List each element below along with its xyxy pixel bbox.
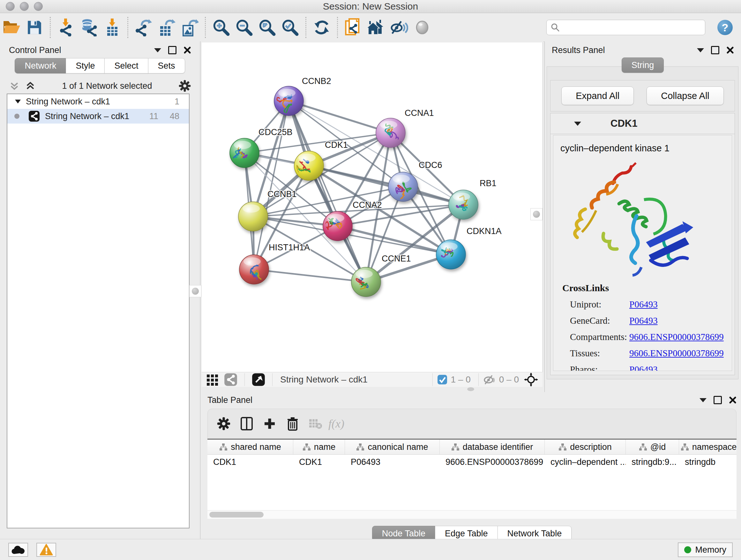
collapse-all-button[interactable]: Collapse All: [647, 86, 724, 105]
network-edge-CCNB2-CCNE1[interactable]: [289, 101, 366, 282]
float-panel-icon[interactable]: [714, 396, 722, 404]
left-splitter-handle[interactable]: [189, 285, 201, 297]
zoom-selected-button[interactable]: [279, 16, 301, 39]
cell-description[interactable]: cyclin–dependent ...: [545, 457, 626, 467]
panel-menu-icon[interactable]: [154, 48, 161, 52]
string-network-style-button[interactable]: [224, 373, 238, 386]
memory-button[interactable]: Memory: [678, 543, 733, 557]
table-row[interactable]: CDK1CDK1P064939606.ENSP00000378699cyclin…: [207, 455, 737, 469]
column-header-database-identifier[interactable]: database identifier: [440, 440, 545, 454]
network-node-CDKN1A[interactable]: [436, 240, 466, 269]
table-panel-title: Table Panel: [207, 395, 253, 405]
network-node-CCNB2[interactable]: [274, 86, 304, 116]
collapse-all-icon[interactable]: [9, 80, 20, 91]
tree-expander-icon[interactable]: [14, 98, 21, 105]
network-node-HIST1H1A[interactable]: [239, 255, 269, 284]
zoom-out-button[interactable]: [232, 16, 256, 39]
export-view-button[interactable]: [252, 373, 265, 386]
section-expander-icon[interactable]: [574, 122, 581, 126]
tab-string[interactable]: String: [622, 57, 664, 73]
right-splitter-handle[interactable]: [530, 208, 542, 220]
tab-style[interactable]: Style: [66, 58, 105, 73]
column-header-namespace[interactable]: namespace: [679, 440, 737, 454]
cloud-status-button[interactable]: [8, 543, 28, 557]
create-column-button[interactable]: [259, 414, 280, 434]
cell-namespace[interactable]: stringdb: [679, 457, 737, 467]
hidden-toggle[interactable]: [483, 374, 496, 385]
cell--id[interactable]: stringdb:9...: [626, 457, 679, 467]
tab-network[interactable]: Network: [15, 58, 66, 73]
cell-database-identifier[interactable]: 9606.ENSP00000378699: [440, 457, 545, 467]
column-header-description[interactable]: description: [545, 440, 626, 454]
column-header-canonical-name[interactable]: canonical name: [345, 440, 440, 454]
gene-section-header[interactable]: CDK1: [550, 113, 735, 134]
crosslink-compartments-link[interactable]: 9606.ENSP00000378699: [629, 332, 724, 342]
export-network-button[interactable]: [132, 16, 155, 39]
cell-name[interactable]: CDK1: [293, 457, 345, 467]
column-type-icon: [302, 443, 311, 451]
column-header--id[interactable]: @id: [626, 440, 679, 454]
crosslink-tissues-link[interactable]: 9606.ENSP00000378699: [629, 348, 724, 359]
network-row[interactable]: String Network – cdk1 11 48: [7, 109, 189, 124]
tab-select[interactable]: Select: [105, 58, 148, 73]
warnings-button[interactable]: [37, 543, 56, 557]
home-button[interactable]: [365, 16, 388, 39]
open-session-button[interactable]: [0, 16, 23, 39]
import-network-file-button[interactable]: [55, 16, 77, 39]
float-panel-icon[interactable]: [168, 46, 177, 54]
tab-sets[interactable]: Sets: [148, 58, 185, 73]
import-network-database-button[interactable]: [77, 16, 100, 39]
hide-panels-button[interactable]: [388, 16, 411, 39]
network-node-CDK1[interactable]: [294, 151, 324, 180]
zoom-in-button[interactable]: [210, 16, 232, 39]
float-panel-icon[interactable]: [711, 46, 719, 54]
expand-all-icon[interactable]: [25, 80, 36, 91]
import-table-file-button[interactable]: [100, 16, 124, 39]
table-horizontal-scrollbar[interactable]: [207, 510, 737, 519]
expand-all-button[interactable]: Expand All: [561, 86, 634, 105]
selected-checkbox[interactable]: [437, 374, 448, 385]
network-node-CCNB1[interactable]: [239, 202, 268, 231]
birdseye-grid-button[interactable]: [206, 373, 219, 386]
show-columns-button[interactable]: [237, 414, 257, 434]
export-table-button[interactable]: [155, 16, 178, 39]
refresh-view-button[interactable]: [310, 16, 333, 39]
network-node-CCNE1[interactable]: [351, 267, 381, 297]
fit-selected-button[interactable]: [524, 373, 538, 387]
panel-menu-icon[interactable]: [699, 398, 706, 402]
close-panel-icon[interactable]: [726, 46, 734, 54]
export-image-button[interactable]: [178, 16, 201, 39]
zoom-fit-button[interactable]: [256, 16, 279, 39]
clone-network-button[interactable]: [342, 16, 365, 39]
scrollbar-thumb[interactable]: [209, 512, 264, 517]
delete-column-button[interactable]: [282, 414, 303, 434]
column-header-shared-name[interactable]: shared name: [207, 440, 293, 454]
network-canvas[interactable]: CCNB2CCNA1CDC25BCDK1CDC6RB1CCNB1CCNA2CDK…: [202, 43, 543, 372]
cell-shared-name[interactable]: CDK1: [207, 457, 293, 467]
clone-network-icon: [344, 17, 362, 37]
network-edge-CDK1-RB1[interactable]: [309, 166, 463, 205]
crosslink-uniprot-link[interactable]: P06493: [629, 299, 658, 310]
help-button[interactable]: ?: [717, 19, 733, 36]
network-node-CDC25B[interactable]: [228, 138, 259, 168]
cell-canonical-name[interactable]: P06493: [345, 457, 440, 467]
close-panel-icon[interactable]: [729, 396, 737, 404]
horizontal-splitter-handle[interactable]: [467, 387, 474, 391]
crosslink-pharos-link[interactable]: P06493: [629, 364, 658, 371]
search-input[interactable]: [546, 20, 705, 35]
network-node-CDC6[interactable]: [388, 172, 418, 201]
network-edge-CCNB2-CCNA1[interactable]: [289, 101, 391, 133]
column-header-name[interactable]: name: [293, 440, 345, 454]
table-options-button[interactable]: [213, 414, 234, 434]
results-panel-title: Results Panel: [552, 45, 605, 55]
preview-button[interactable]: [411, 16, 434, 39]
network-node-CCNA2[interactable]: [323, 211, 352, 241]
network-node-RB1[interactable]: [449, 190, 478, 219]
network-options-gear-icon[interactable]: [179, 79, 191, 92]
network-node-CCNA1[interactable]: [376, 118, 405, 147]
save-session-button[interactable]: [23, 16, 46, 39]
crosslink-genecard-link[interactable]: P06493: [629, 315, 658, 326]
network-collection-row[interactable]: String Network – cdk1 1: [7, 94, 189, 109]
panel-menu-icon[interactable]: [697, 48, 704, 52]
close-panel-icon[interactable]: [184, 46, 191, 54]
